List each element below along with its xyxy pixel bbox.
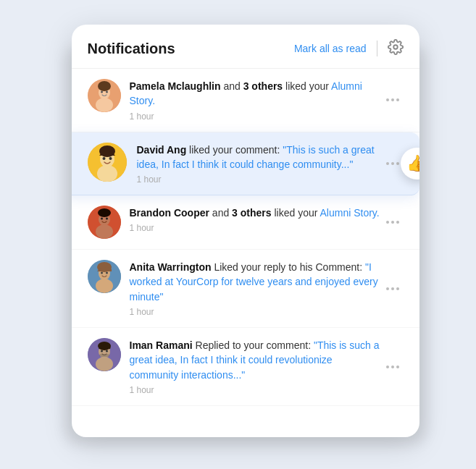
notif-extra-pamela: and 3 others	[221, 80, 283, 92]
header-actions: Mark all as read	[294, 39, 404, 58]
svg-point-28	[101, 350, 103, 352]
svg-point-9	[97, 165, 117, 182]
notif-time-brandon: 1 hour	[130, 223, 382, 233]
notif-content-pamela: Pamela Mclaughlin and 3 others liked you…	[130, 79, 382, 122]
dot1	[386, 287, 389, 290]
settings-icon[interactable]	[388, 39, 404, 58]
dot1	[386, 366, 389, 368]
notification-item-iman[interactable]: Iman Ramani Replied to your comment: "Th…	[72, 328, 419, 406]
svg-point-4	[101, 91, 103, 93]
svg-point-16	[101, 218, 103, 220]
dot1	[386, 162, 389, 165]
notif-time-anita: 1 hour	[130, 307, 382, 317]
notif-more-iman[interactable]	[382, 363, 404, 371]
notif-link-brandon[interactable]: Alumni Story.	[320, 207, 380, 219]
svg-point-29	[106, 350, 108, 352]
svg-point-23	[106, 272, 108, 274]
dot2	[391, 221, 394, 224]
svg-point-17	[106, 218, 108, 220]
dot2	[391, 366, 394, 368]
svg-point-0	[393, 45, 398, 49]
svg-point-3	[96, 98, 113, 112]
notif-more-pamela[interactable]	[382, 96, 404, 104]
svg-point-15	[96, 224, 113, 239]
notif-time-pamela: 1 hour	[130, 111, 382, 122]
avatar-anita	[88, 260, 121, 293]
notif-more-brandon[interactable]	[382, 218, 404, 227]
avatar-david	[88, 143, 127, 182]
mark-all-read-button[interactable]: Mark all as read	[294, 43, 367, 54]
notif-action-iman: Replied to your comment:	[193, 339, 314, 351]
notif-action-david: liked your comment:	[186, 144, 283, 156]
notifications-list: Pamela Mclaughlin and 3 others liked you…	[72, 69, 419, 437]
notif-name-david: David Ang	[137, 144, 187, 156]
header-divider	[377, 41, 377, 56]
avatar-brandon	[88, 206, 121, 239]
dot3	[396, 162, 399, 165]
svg-point-18	[98, 208, 111, 217]
dot3	[396, 221, 399, 224]
svg-point-11	[109, 157, 112, 160]
notif-name-anita: Anita Warrington	[130, 261, 212, 273]
notifications-panel: Notifications Mark all as read	[72, 25, 419, 437]
notif-content-brandon: Brandon Cooper and 3 others liked your A…	[130, 206, 382, 233]
notif-extra-brandon: and 3 others	[209, 207, 272, 219]
notification-item-anita[interactable]: Anita Warrington Liked your reply to his…	[72, 250, 419, 328]
notif-text-iman: Iman Ramani Replied to your comment: "Th…	[130, 338, 382, 382]
panel-header: Notifications Mark all as read	[72, 25, 419, 69]
svg-point-5	[106, 91, 108, 93]
dot2	[391, 98, 394, 101]
dot1	[386, 221, 389, 224]
svg-point-6	[98, 81, 111, 91]
dot3	[396, 287, 399, 290]
svg-point-10	[102, 157, 105, 160]
notif-time-david: 1 hour	[137, 174, 382, 185]
avatar-iman	[88, 338, 121, 371]
svg-point-21	[96, 279, 113, 293]
notif-more-anita[interactable]	[382, 284, 404, 293]
notif-action-brandon: liked your	[272, 207, 320, 219]
panel-title: Notifications	[88, 41, 175, 57]
notif-name-iman: Iman Ramani	[130, 339, 193, 351]
dot2	[391, 287, 394, 290]
svg-rect-31	[99, 354, 109, 357]
thumbs-up-badge: 👍	[401, 148, 419, 179]
notification-item-brandon[interactable]: Brandon Cooper and 3 others liked your A…	[72, 195, 419, 250]
notif-time-iman: 1 hour	[130, 385, 382, 395]
notif-content-iman: Iman Ramani Replied to your comment: "Th…	[130, 338, 382, 395]
dot3	[396, 98, 399, 101]
svg-point-27	[96, 357, 113, 371]
notif-text-david: David Ang liked your comment: "This is s…	[137, 143, 382, 172]
notif-action-pamela: liked your	[283, 80, 331, 92]
notif-text-brandon: Brandon Cooper and 3 others liked your A…	[130, 206, 382, 220]
notifications-scene: Notifications Mark all as read	[50, 25, 427, 444]
notif-name-pamela: Pamela Mclaughlin	[130, 80, 221, 92]
notif-name-brandon: Brandon Cooper	[130, 207, 209, 219]
dot3	[396, 366, 399, 368]
notif-action-anita: Liked your reply to his Comment:	[212, 261, 365, 273]
dot2	[391, 162, 394, 165]
notif-content-david: David Ang liked your comment: "This is s…	[137, 143, 382, 185]
notif-text-pamela: Pamela Mclaughlin and 3 others liked you…	[130, 79, 382, 109]
notif-text-anita: Anita Warrington Liked your reply to his…	[130, 260, 382, 304]
notification-item-david[interactable]: David Ang liked your comment: "This is s…	[72, 132, 419, 196]
notif-content-anita: Anita Warrington Liked your reply to his…	[130, 260, 382, 317]
svg-point-22	[101, 272, 103, 274]
notification-item-pamela[interactable]: Pamela Mclaughlin and 3 others liked you…	[72, 69, 419, 132]
dot1	[386, 98, 389, 101]
avatar-pamela	[88, 79, 121, 112]
